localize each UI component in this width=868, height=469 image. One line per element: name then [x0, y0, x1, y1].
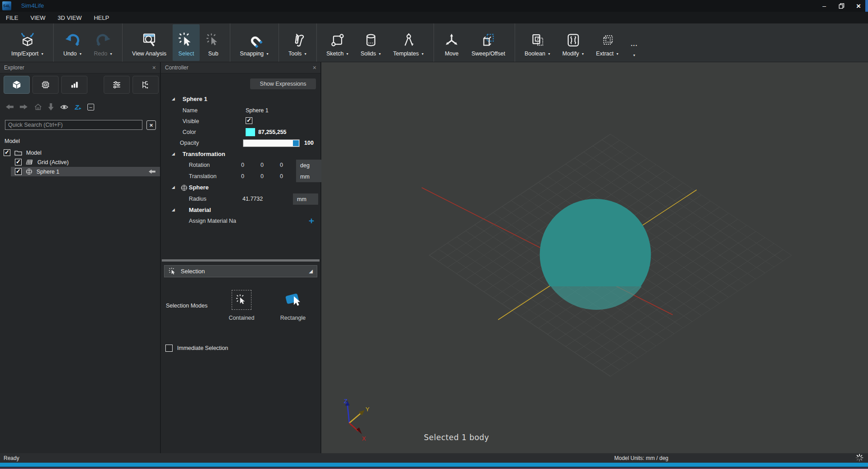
sketch-button[interactable]: Sketch▼: [321, 24, 354, 61]
chevron-down-icon[interactable]: ▼: [79, 52, 82, 55]
3d-viewport[interactable]: Z Y X Selected 1 body: [321, 62, 868, 453]
down-arrow-icon[interactable]: [48, 103, 54, 110]
show-expressions-button[interactable]: Show Expressions: [250, 78, 316, 89]
opacity-value[interactable]: 100: [304, 140, 314, 146]
translation-x[interactable]: 0: [233, 173, 252, 179]
panel-splitter[interactable]: [162, 259, 320, 262]
chevron-down-icon[interactable]: ▼: [581, 52, 585, 55]
imp-export-button[interactable]: Imp/Export▼: [6, 24, 49, 61]
imp-export-label: Imp/Export: [11, 51, 38, 57]
selection-burst-icon: [169, 267, 177, 276]
snapping-label: Snapping: [240, 51, 264, 57]
close-button[interactable]: ×: [855, 3, 862, 9]
explorer-tab-hierarchy[interactable]: [132, 76, 159, 94]
controller-close-icon[interactable]: ×: [313, 64, 316, 71]
forward-arrow-icon[interactable]: [20, 104, 28, 110]
menu-view[interactable]: VIEW: [30, 14, 45, 21]
chevron-down-icon[interactable]: ▼: [41, 52, 44, 55]
chevron-down-icon[interactable]: ▼: [304, 52, 307, 55]
opacity-slider[interactable]: [243, 139, 300, 147]
move-button[interactable]: Move: [438, 24, 465, 61]
collapse-triangle-icon[interactable]: ◢: [172, 185, 175, 189]
explorer-tab-model[interactable]: [4, 76, 30, 94]
view-analysis-button[interactable]: View Analysis: [127, 24, 172, 61]
explorer-tab-analysis[interactable]: [61, 76, 87, 94]
chevron-down-icon[interactable]: ▼: [110, 52, 113, 55]
toolbar-overflow-button[interactable]: ... ▼: [625, 24, 643, 61]
sweep-offset-label: Sweep/Offset: [471, 51, 505, 57]
boolean-button[interactable]: Boolean▼: [519, 24, 556, 61]
extract-button[interactable]: Extract▼: [591, 24, 625, 61]
explorer-tab-filter[interactable]: [104, 76, 130, 94]
explorer-close-icon[interactable]: ×: [152, 64, 156, 71]
chevron-down-icon[interactable]: ▼: [346, 52, 349, 55]
translation-z[interactable]: 0: [272, 173, 291, 179]
chevron-down-icon[interactable]: ▼: [633, 54, 636, 57]
translation-y[interactable]: 0: [252, 173, 272, 179]
material-group-header[interactable]: ◢ Material: [161, 205, 320, 216]
collapse-triangle-icon[interactable]: ◢: [172, 208, 175, 212]
tree-row-model[interactable]: ✓ Model: [0, 148, 160, 157]
selection-mode-contained[interactable]: Contained: [221, 290, 262, 321]
grid-icon: [26, 159, 33, 165]
add-material-button[interactable]: +: [309, 216, 314, 226]
sub-button[interactable]: Sub: [201, 24, 226, 61]
selection-mode-rectangle[interactable]: Rectangle: [273, 290, 313, 321]
clear-search-icon[interactable]: ×: [146, 120, 156, 130]
sweep-offset-button[interactable]: Sweep/Offset: [466, 24, 511, 61]
collapse-triangle-icon[interactable]: ◢: [172, 97, 175, 101]
chevron-down-icon[interactable]: ▼: [421, 52, 424, 55]
locate-left-arrow-icon[interactable]: [148, 169, 155, 175]
sphere-group-header[interactable]: ◢ Sphere 1: [161, 94, 320, 105]
eye-icon[interactable]: [60, 104, 69, 110]
compass-icon: [401, 30, 417, 51]
back-arrow-icon[interactable]: [5, 104, 14, 110]
visibility-checkbox[interactable]: ✓: [15, 168, 22, 175]
tools-button[interactable]: Tools▼: [283, 24, 312, 61]
chevron-down-icon[interactable]: ▼: [378, 52, 381, 55]
select-button[interactable]: Select: [173, 24, 200, 61]
visibility-checkbox[interactable]: ✓: [4, 149, 10, 156]
rotation-y[interactable]: 0: [252, 162, 272, 168]
collapse-all-icon[interactable]: –: [87, 104, 94, 110]
sphere-section-header[interactable]: ◢ Sphere: [161, 182, 320, 193]
color-swatch[interactable]: [246, 128, 255, 136]
explorer-tab-simulation[interactable]: [32, 76, 59, 94]
name-value[interactable]: Sphere 1: [246, 107, 269, 114]
templates-button[interactable]: Templates▼: [388, 24, 429, 61]
chevron-down-icon[interactable]: ▼: [266, 52, 269, 55]
visibility-checkbox[interactable]: ✓: [15, 159, 22, 166]
templates-label: Templates: [393, 51, 419, 57]
transformation-group-header[interactable]: ◢ Transformation: [161, 149, 320, 160]
undo-button[interactable]: Undo▼: [58, 24, 87, 61]
chevron-down-icon[interactable]: ▼: [548, 52, 551, 55]
opacity-slider-handle[interactable]: [293, 140, 299, 146]
undo-label: Undo: [63, 51, 77, 57]
home-icon[interactable]: [34, 103, 42, 110]
immediate-selection-checkbox[interactable]: [165, 345, 173, 352]
menu-help[interactable]: HELP: [94, 14, 109, 21]
color-value[interactable]: 87,255,255: [258, 129, 287, 135]
search-input[interactable]: [5, 120, 142, 130]
modify-button[interactable]: Modify▼: [557, 24, 590, 61]
explorer-panel: Explorer ×: [0, 62, 161, 453]
menu-3d-view[interactable]: 3D VIEW: [58, 14, 82, 21]
radius-value[interactable]: 41.7732: [242, 196, 263, 202]
redo-button[interactable]: Redo▼: [88, 24, 118, 61]
rotation-x[interactable]: 0: [233, 162, 252, 168]
rotation-z[interactable]: 0: [272, 162, 291, 168]
chevron-down-icon[interactable]: ▼: [616, 52, 619, 55]
tree-row-sphere[interactable]: ✓ Sphere 1: [0, 167, 160, 176]
menu-file[interactable]: FILE: [6, 14, 18, 21]
collapse-triangle-icon[interactable]: ◢: [172, 152, 175, 156]
restore-button[interactable]: [838, 3, 845, 9]
zoom-to-entity-icon[interactable]: Z▸: [75, 103, 81, 111]
selection-section-header[interactable]: Selection ◢: [164, 265, 317, 277]
tree-row-grid[interactable]: ✓ Grid (Active): [0, 157, 160, 167]
collapse-triangle-icon[interactable]: ◢: [309, 269, 313, 274]
immediate-selection-row[interactable]: Immediate Selection: [165, 345, 228, 352]
snapping-button[interactable]: Snapping▼: [234, 24, 274, 61]
solids-button[interactable]: Solids▼: [355, 24, 387, 61]
minimize-button[interactable]: –: [821, 3, 827, 9]
visible-checkbox[interactable]: ✓: [246, 117, 252, 124]
